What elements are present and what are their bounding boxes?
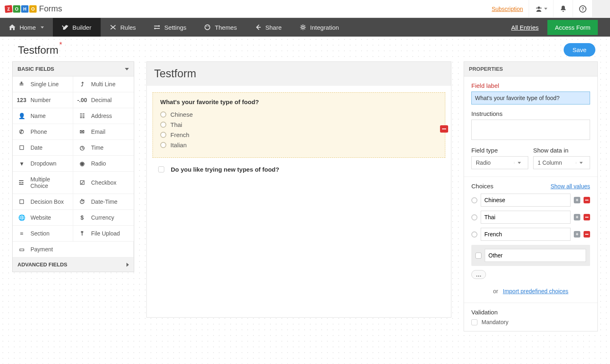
add-choice-button[interactable] [574,231,580,238]
logo[interactable]: Z O H O Forms [5,4,62,13]
field-date[interactable]: ☐Date [13,140,73,156]
field-decimal[interactable]: -.00Decimal [73,92,134,108]
more-options-button[interactable]: … [471,270,486,279]
tab-settings[interactable]: Settings [145,18,195,37]
tab-rules[interactable]: Rules [101,18,145,37]
builder-icon [62,24,68,30]
option-label: French [170,131,190,138]
add-choice-button[interactable] [574,214,580,220]
user-avatar[interactable] [592,0,610,18]
radio-option[interactable]: Thai [160,120,438,130]
field-icon: ☷ [78,113,86,119]
basic-fields-header[interactable]: BASIC FIELDS [13,62,134,76]
field-single-line[interactable]: ≛Single Line [13,76,73,92]
choice-radio[interactable] [471,214,477,220]
svg-point-0 [538,7,540,9]
field-label: Time [91,144,104,151]
radio-option[interactable]: French [160,130,438,140]
save-button[interactable]: Save [564,43,595,57]
other-choice-input[interactable] [485,249,586,262]
field-date-time[interactable]: ⏱Date-Time [73,194,134,210]
field-section[interactable]: ≡Section [13,226,73,242]
form-title-text: Testform [18,44,59,56]
field-radio[interactable]: ◉Radio [73,156,134,172]
import-choices-link[interactable]: Import predefined choices [503,288,569,294]
tab-builder[interactable]: Builder [53,18,101,37]
show-data-select[interactable]: 1 Column [533,156,590,169]
tab-integration[interactable]: Integration [291,18,348,37]
field-number[interactable]: 123Number [13,92,73,108]
title-row: Testform* Save [18,43,598,57]
field-email[interactable]: ✉Email [73,124,134,140]
field-name[interactable]: 👤Name [13,108,73,124]
show-all-values-link[interactable]: Show all values [551,183,590,190]
field-label: Payment [30,246,53,253]
remove-choice-button[interactable] [584,197,590,203]
field-icon: ▭ [17,246,26,253]
tab-home[interactable]: Home [0,18,53,37]
field-multiple-choice[interactable]: ☲Multiple Choice [13,172,73,194]
import-row: or Import predefined choices [471,288,590,294]
tabbar-right: All Entries Access Form [511,18,610,37]
help-button[interactable]: ? [573,0,592,18]
option-label: Chinese [170,111,193,118]
radio-option[interactable]: Chinese [160,109,438,120]
field-icon: $ [78,214,86,221]
radio-icon [160,132,166,138]
field-type-select[interactable]: Radio [471,156,528,169]
field-file-upload[interactable]: ⤒File Upload [73,226,134,242]
field-label: Multi Line [91,81,115,87]
option-label: Italian [170,142,187,148]
field-address[interactable]: ☷Address [73,108,134,124]
topbar-right: Subscription ? [492,0,610,17]
remove-choice-button[interactable] [584,231,590,238]
zoho-o-icon: O [13,5,20,13]
instructions-label: Instructions [471,110,590,117]
question-2-label: Do you like trying new types of food? [171,166,279,173]
field-label-input[interactable] [471,92,590,105]
remove-choice-button[interactable] [584,214,590,220]
field-dropdown[interactable]: ▾Dropdown [13,156,73,172]
field-icon: ≡ [17,230,26,237]
mandatory-row[interactable]: Mandatory [471,319,590,325]
people-menu[interactable] [529,0,553,18]
question-block-2[interactable]: Do you like trying new types of food? [152,158,445,173]
choice-input[interactable] [481,194,571,207]
advanced-fields-header[interactable]: ADVANCED FIELDS [13,257,134,272]
zoho-z-icon: Z [4,5,13,13]
field-payment[interactable]: ▭Payment [13,242,134,257]
option-label: Thai [170,121,182,128]
access-form-button[interactable]: Access Form [547,20,598,35]
field-website[interactable]: 🌐Website [13,210,73,226]
field-multi-line[interactable]: ⤴Multi Line [73,76,134,92]
subscription-link[interactable]: Subscription [492,6,523,12]
tab-share[interactable]: Share [246,18,290,37]
field-icon: ✆ [17,129,26,135]
tab-home-label: Home [20,24,36,31]
field-label: Single Line [30,81,59,87]
radio-option[interactable]: Italian [160,140,438,150]
field-currency[interactable]: $Currency [73,210,134,226]
form-canvas: Testform What's your favorite type of fo… [146,61,451,318]
workspace: Testform* Save BASIC FIELDS ≛Single Line… [0,37,610,364]
field-phone[interactable]: ✆Phone [13,124,73,140]
instructions-input[interactable] [471,120,590,140]
tab-themes[interactable]: Themes [195,18,246,37]
field-checkbox[interactable]: ☑Checkbox [73,172,134,194]
add-choice-button[interactable] [574,197,580,203]
all-entries-link[interactable]: All Entries [511,24,539,31]
choice-input[interactable] [481,211,571,224]
delete-field-button[interactable] [440,125,448,133]
choice-radio[interactable] [471,231,477,238]
field-time[interactable]: ◷Time [73,140,134,156]
mandatory-checkbox[interactable] [471,319,477,325]
question-block-1[interactable]: What's your favorite type of food? Chine… [152,92,445,158]
choice-radio[interactable] [471,197,477,203]
notifications-button[interactable] [553,0,573,18]
field-icon: ✉ [78,129,86,135]
required-asterisk-icon: * [59,41,62,49]
field-decision-box[interactable]: ☐Decision Box [13,194,73,210]
field-label: Website [30,214,51,221]
choice-input[interactable] [481,228,571,241]
other-checkbox[interactable] [475,253,481,259]
